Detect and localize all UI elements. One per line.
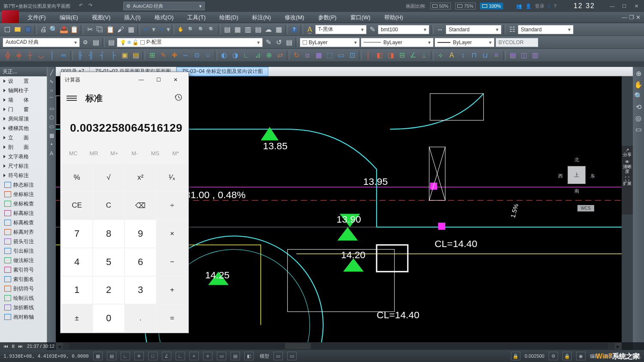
qp-toggle[interactable]: ▤	[231, 352, 240, 360]
doc-close-button[interactable]: ✕	[636, 14, 641, 21]
ws-switch-icon[interactable]: ⚙	[549, 352, 558, 360]
doc-restore-button[interactable]: ❐	[629, 14, 634, 21]
drawtool-40[interactable]: ⊔	[480, 51, 490, 60]
calc-key-dot[interactable]: .	[125, 305, 156, 332]
nav-full-icon[interactable]: ⊕	[634, 69, 643, 78]
nav-wheel-icon[interactable]: ◎	[634, 113, 643, 123]
sidebar-cmd-14[interactable]: 画对称轴	[2, 312, 47, 322]
zoom-realtime-button[interactable]	[186, 25, 196, 34]
drawtool-2[interactable]: ┼	[25, 51, 35, 60]
drawtool-27[interactable]: ⬚	[325, 51, 335, 60]
drawtool-7[interactable]: ╢	[86, 51, 96, 60]
draw-text-icon[interactable]: A	[48, 150, 55, 157]
dimstyle-launcher-icon[interactable]: ↔	[435, 25, 445, 34]
menu-edit[interactable]: 编辑(E)	[53, 12, 85, 23]
drawtool-18[interactable]: ◐	[219, 51, 229, 60]
draw-point-icon[interactable]: •	[48, 141, 55, 148]
login-link[interactable]: 登录	[535, 3, 544, 9]
draw-ellipse-icon[interactable]: ⬭	[48, 123, 55, 130]
menu-file[interactable]: 文件(F)	[21, 12, 53, 23]
layer-prev-button[interactable]: ↺	[274, 38, 283, 47]
draw-pline-icon[interactable]: ∿	[48, 78, 55, 85]
calc-key-c[interactable]: C	[93, 192, 124, 220]
main-minimize-button[interactable]: —	[608, 3, 617, 9]
properties-button[interactable]: ▤	[222, 25, 232, 34]
calc-key-1[interactable]: 1	[61, 277, 92, 304]
calc-key-sqr[interactable]: x²	[125, 164, 156, 191]
user-icon[interactable]: 👤	[526, 3, 532, 9]
sheetset-mgr-button[interactable]: ▤	[253, 25, 263, 34]
drawtool-5[interactable]: ═	[58, 51, 69, 60]
drawtool-43[interactable]: ◫	[519, 51, 529, 60]
expand-chip[interactable]: ⛶扩展	[623, 176, 632, 186]
sc-toggle[interactable]: ◧	[244, 352, 254, 360]
color-dropdown[interactable]: ByLayer▾	[300, 38, 360, 47]
sidebar-cmd-0[interactable]: 静态标注	[2, 180, 47, 190]
drawtool-38[interactable]: ↕	[458, 51, 468, 60]
calc-key-7[interactable]: 7	[61, 220, 92, 247]
undo-button[interactable]	[142, 25, 151, 34]
sidebar-group-4[interactable]: 房间屋顶	[2, 114, 47, 124]
drawtool-25[interactable]: ⧈	[302, 51, 313, 60]
sidebar-cmd-9[interactable]: 索引符号	[2, 265, 47, 275]
match-button[interactable]: 🖌	[116, 25, 125, 34]
calc-key-sub[interactable]: −	[157, 248, 188, 276]
sidebar-cmd-8[interactable]: 做法标注	[2, 256, 47, 265]
menu-window[interactable]: 窗口(W)	[343, 12, 377, 23]
sidebar-group-0[interactable]: 设 置	[2, 76, 47, 86]
qat-redo-icon[interactable]: ↷	[88, 3, 95, 9]
calc-key-sqrt[interactable]: √	[93, 164, 124, 191]
toolpalette-button[interactable]: ▥	[243, 25, 252, 34]
calc-close-button[interactable]: ✕	[167, 74, 184, 86]
video-next-button[interactable]: ⏭	[18, 344, 23, 349]
sidebar-cmd-4[interactable]: 标高检查	[2, 218, 47, 227]
layout-tab2[interactable]: ▭	[287, 352, 297, 360]
sidebar-group-2[interactable]: 墙 体	[2, 95, 47, 105]
nav-zoom-icon[interactable]: 🔍	[634, 91, 643, 100]
cut-button[interactable]: ✂	[85, 25, 94, 34]
layer-match-button[interactable]: ✎	[264, 38, 273, 47]
drawtool-32[interactable]: ◨	[386, 51, 396, 60]
ortho-toggle[interactable]: ∟	[121, 352, 130, 360]
annotation-scale[interactable]: 0.002500	[525, 353, 544, 359]
calc-key-9[interactable]: 9	[125, 220, 156, 247]
sidebar-group-3[interactable]: 门 窗	[2, 105, 47, 114]
calc-history-button[interactable]	[174, 93, 182, 103]
undo-dropdown[interactable]: ▾	[152, 25, 155, 33]
drawtool-34[interactable]: ∠	[408, 51, 418, 60]
otrack-toggle[interactable]: ∠	[162, 352, 171, 360]
calc-titlebar[interactable]: 计算器 — ☐ ✕	[61, 72, 188, 87]
doc-minimize-button[interactable]: —	[622, 14, 627, 21]
drawtool-9[interactable]: ├	[108, 51, 118, 60]
draw-line-icon[interactable]: ╱	[48, 69, 55, 76]
drawtool-31[interactable]: ◧	[374, 51, 385, 60]
calc-key-6[interactable]: 6	[125, 248, 156, 276]
print-button[interactable]: 🖨	[39, 25, 48, 34]
drawtool-41[interactable]: ≡	[491, 51, 501, 60]
menu-dimension[interactable]: 标注(N)	[245, 12, 278, 23]
calc-key-eq[interactable]: =	[157, 305, 188, 332]
calc-key-0[interactable]: 0	[93, 305, 124, 332]
designcenter-button[interactable]: ▦	[233, 25, 242, 34]
help-button[interactable]	[289, 25, 299, 34]
sidebar-cmd-6[interactable]: 箭头引注	[2, 237, 47, 246]
menu-format[interactable]: 格式(O)	[148, 12, 181, 23]
sheetset-button[interactable]: 📋	[70, 25, 79, 34]
workspace-save-button[interactable]: ▤	[91, 38, 100, 47]
main-maximize-button[interactable]: ☐	[620, 3, 629, 9]
drawtool-19[interactable]: ◑	[230, 51, 240, 60]
calc-key-add[interactable]: +	[157, 277, 188, 304]
menu-parametric[interactable]: 参数(P)	[311, 12, 343, 23]
drawtool-20[interactable]: ∟	[241, 51, 252, 60]
video-prev-button[interactable]: ⏮	[3, 344, 8, 349]
textstyle-name-dropdown[interactable]: bmt100▾	[378, 25, 429, 34]
textstyle-font-dropdown[interactable]: T-黑体▾	[315, 25, 367, 34]
model-tab[interactable]: 模型	[260, 353, 269, 359]
calc-key-percent[interactable]: %	[61, 164, 92, 191]
drawtool-10[interactable]: ▣	[119, 51, 130, 60]
menu-help[interactable]: 帮助(H)	[377, 12, 410, 23]
calc-key-2[interactable]: 2	[93, 277, 124, 304]
drawtool-30[interactable]: │	[363, 51, 374, 60]
ann-scale-icon[interactable]: 🔒	[511, 352, 520, 360]
calc-key-back[interactable]: ⌫	[125, 192, 156, 220]
